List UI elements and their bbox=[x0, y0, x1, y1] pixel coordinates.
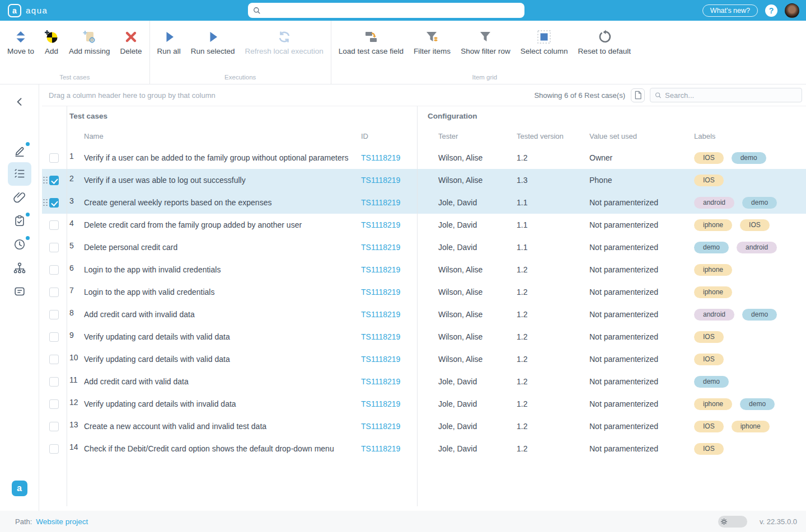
test-case-name: Add credit card with invalid data bbox=[84, 310, 358, 319]
tester-cell: Jole, David bbox=[417, 377, 517, 386]
label-pill: IOS bbox=[694, 175, 724, 186]
filter-items-button[interactable]: Filter items bbox=[409, 26, 456, 58]
grid-search-input[interactable] bbox=[665, 91, 797, 100]
table-row[interactable]: 8Add credit card with invalid dataTS1118… bbox=[42, 303, 806, 326]
column-header-value-set-used[interactable]: Value set used bbox=[589, 132, 682, 140]
value-set-cell: Phone bbox=[589, 176, 682, 185]
column-header-name[interactable]: Name bbox=[84, 132, 358, 140]
grid-search-bar[interactable] bbox=[650, 88, 802, 102]
test-case-id-cell: TS1118219 bbox=[358, 288, 417, 296]
test-case-id-link[interactable]: TS1118219 bbox=[361, 355, 400, 364]
app-title: aqua bbox=[26, 6, 48, 15]
table-row[interactable]: 12Verify updating card details with inva… bbox=[42, 393, 806, 415]
table-row[interactable]: 9Verify updating card details with valid… bbox=[42, 326, 806, 348]
table-row[interactable]: 4Delete credit card from the family grou… bbox=[42, 214, 806, 236]
table-row[interactable]: 6Login to the app with invalid credentia… bbox=[42, 258, 806, 281]
sidebar-item-edit[interactable] bbox=[8, 139, 31, 162]
table-row[interactable]: 13Create a new account with valid and in… bbox=[42, 415, 806, 437]
column-header-labels[interactable]: Labels bbox=[682, 132, 806, 140]
global-search-bar[interactable] bbox=[248, 3, 524, 18]
select-column-button[interactable]: Select column bbox=[516, 26, 573, 58]
row-checkbox[interactable] bbox=[49, 288, 59, 297]
row-checkbox[interactable] bbox=[49, 310, 59, 319]
whats-new-button[interactable]: What's new? bbox=[702, 4, 758, 17]
test-case-id-link[interactable]: TS1118219 bbox=[361, 422, 400, 431]
table-row[interactable]: 11Add credit card with valid dataTS11182… bbox=[42, 370, 806, 393]
test-case-id-link[interactable]: TS1118219 bbox=[361, 153, 400, 162]
sidebar-item-attachments[interactable] bbox=[8, 186, 31, 209]
test-case-id-link[interactable]: TS1118219 bbox=[361, 265, 400, 274]
group-by-drop-zone[interactable]: Drag a column header here to group by th… bbox=[49, 91, 534, 100]
table-row[interactable]: 2Verify if a user was able to log out su… bbox=[42, 169, 806, 191]
table-row[interactable]: 3Create general weekly reports based on … bbox=[42, 191, 806, 214]
group-header-configuration[interactable]: Configuration bbox=[417, 112, 806, 120]
row-checkbox[interactable] bbox=[49, 198, 59, 208]
test-case-id-link[interactable]: TS1118219 bbox=[361, 220, 400, 229]
row-checkbox[interactable] bbox=[49, 332, 59, 342]
row-checkbox[interactable] bbox=[49, 355, 59, 364]
collapse-sidebar-button[interactable] bbox=[10, 95, 30, 109]
test-case-id-link[interactable]: TS1118219 bbox=[361, 176, 400, 185]
table-row[interactable]: 5Delete personal credit cardTS1118219Jol… bbox=[42, 236, 806, 258]
help-icon[interactable]: ? bbox=[765, 4, 777, 17]
global-search-input[interactable] bbox=[264, 6, 519, 15]
drag-handle[interactable] bbox=[43, 177, 48, 184]
copy-document-button[interactable] bbox=[631, 88, 645, 102]
grid-toolbar: Drag a column header here to group by th… bbox=[42, 84, 806, 106]
test-case-name: Verify updating card details with valid … bbox=[84, 355, 358, 364]
row-number: 6 bbox=[67, 258, 84, 272]
row-checkbox[interactable] bbox=[49, 265, 59, 275]
group-header-test-cases[interactable]: Test cases bbox=[67, 112, 417, 120]
test-case-name: Create a new account with valid and inva… bbox=[84, 422, 358, 431]
sidebar-item-tasks[interactable] bbox=[8, 209, 31, 233]
test-case-id-link[interactable]: TS1118219 bbox=[361, 377, 400, 386]
test-case-id-link[interactable]: TS1118219 bbox=[361, 332, 400, 341]
column-header-tester[interactable]: Tester bbox=[417, 132, 517, 140]
test-case-name: Verify updating card details with valid … bbox=[84, 332, 358, 341]
reset-to-default-button[interactable]: Reset to default bbox=[573, 26, 636, 58]
row-number: 9 bbox=[67, 326, 84, 340]
test-case-id-link[interactable]: TS1118219 bbox=[361, 310, 400, 319]
table-row[interactable]: 10Verify updating card details with vali… bbox=[42, 348, 806, 370]
label-pill: android bbox=[737, 242, 777, 253]
row-checkbox[interactable] bbox=[49, 153, 59, 163]
sidebar-item-test-cases[interactable] bbox=[8, 162, 31, 186]
add-button[interactable]: Add bbox=[39, 26, 64, 58]
row-checkbox[interactable] bbox=[49, 243, 59, 252]
test-case-id-link[interactable]: TS1118219 bbox=[361, 243, 400, 252]
delete-button[interactable]: Delete bbox=[115, 26, 147, 58]
sidebar-item-history[interactable] bbox=[8, 233, 31, 256]
test-case-name: Delete personal credit card bbox=[84, 243, 358, 252]
table-row[interactable]: 14Check if the Debit/Credit card option … bbox=[42, 437, 806, 460]
test-case-id-link[interactable]: TS1118219 bbox=[361, 198, 400, 207]
document-icon bbox=[634, 91, 642, 100]
settings-toggle[interactable] bbox=[718, 516, 747, 528]
test-case-id-link[interactable]: TS1118219 bbox=[361, 444, 400, 453]
move-to-button[interactable]: Move to bbox=[2, 26, 39, 58]
sidebar-item-hierarchy[interactable] bbox=[8, 256, 31, 280]
column-header-id[interactable]: ID bbox=[358, 132, 417, 140]
row-checkbox[interactable] bbox=[49, 422, 59, 431]
tested-version-cell: 1.2 bbox=[517, 444, 589, 453]
add-missing-button[interactable]: Add missing bbox=[64, 26, 115, 58]
drag-handle[interactable] bbox=[43, 199, 48, 206]
tested-version-cell: 1.2 bbox=[517, 265, 589, 274]
row-checkbox[interactable] bbox=[49, 377, 59, 387]
sidebar-item-notes[interactable] bbox=[8, 280, 31, 303]
path-project-link[interactable]: Website project bbox=[36, 517, 88, 526]
user-avatar[interactable] bbox=[785, 3, 799, 18]
tested-version-cell: 1.2 bbox=[517, 355, 589, 364]
row-checkbox[interactable] bbox=[49, 176, 59, 185]
table-row[interactable]: 7Login to the app with valid credentials… bbox=[42, 281, 806, 303]
test-case-id-link[interactable]: TS1118219 bbox=[361, 399, 400, 408]
column-header-tested-version[interactable]: Tested version bbox=[517, 132, 589, 140]
table-row[interactable]: 1Verify if a user can be added to the fa… bbox=[42, 147, 806, 169]
test-case-id-link[interactable]: TS1118219 bbox=[361, 288, 400, 296]
load-test-case-field-button[interactable]: Load test case field bbox=[334, 26, 409, 58]
row-checkbox[interactable] bbox=[49, 444, 59, 454]
show-filter-row-button[interactable]: Show filter row bbox=[456, 26, 516, 58]
row-checkbox[interactable] bbox=[49, 220, 59, 230]
run-all-button[interactable]: Run all bbox=[152, 26, 186, 58]
row-checkbox[interactable] bbox=[49, 399, 59, 409]
run-selected-button[interactable]: Run selected bbox=[186, 26, 240, 58]
